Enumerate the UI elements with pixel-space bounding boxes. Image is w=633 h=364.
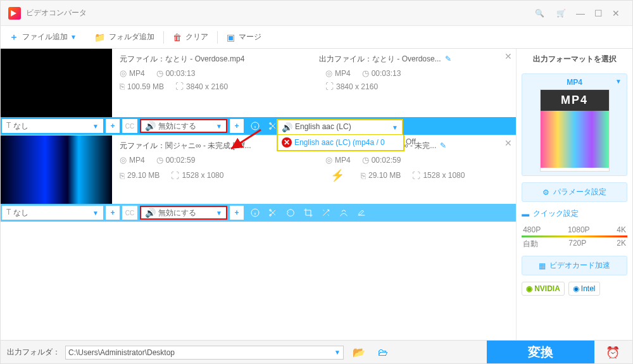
chevron-down-icon: ▼ [216,123,222,130]
chevron-down-icon: ▼ [70,34,77,41]
res-auto: 自動 [523,239,538,249]
chip-icon: ▦ [539,261,546,270]
audio-value: 無効にする [158,208,196,218]
speaker-icon: 🔊 [282,122,292,132]
size-icon: ⎘ [361,171,366,180]
clock-icon: ◷ [156,68,163,78]
output-format-card[interactable]: MP4 ▼ MP4 [522,73,627,176]
close-button[interactable]: ✕ [607,8,625,18]
src-size: 100.59 MB [127,82,164,91]
search-icon[interactable]: 🔍 [532,6,546,20]
edit-name-icon[interactable]: ✎ [440,141,446,150]
audio-track-dropdown[interactable]: 🔊English aac (LC) ▼ [277,119,403,135]
format-title: 出力フォーマットを選択 [522,54,627,65]
off-text: Off [406,137,416,146]
cart-icon[interactable]: 🛒 [554,6,568,20]
watermark-button[interactable] [335,206,353,220]
res-4k: 4K [617,225,626,234]
add-audio-button[interactable]: + [230,206,244,220]
format-badge: MP4 [541,90,609,111]
rotate-button[interactable] [282,206,299,220]
source-name: 関ジャニ∞ - 未完成 [Off... [165,141,251,150]
src-duration: 00:03:13 [166,69,196,78]
add-folder-label: フォルダ追加 [109,32,154,42]
crop-button[interactable] [299,206,317,220]
remove-item-button[interactable]: ✕ [505,138,512,148]
source-label: 元ファイル： [120,54,165,63]
out-duration: 00:03:13 [372,69,401,78]
audio-selected: English aac (LC) [295,122,351,132]
gpu-accel-button[interactable]: ▦ビデオカード加速 [522,256,627,275]
clear-label: クリア [185,32,208,42]
audio-value: 無効にする [158,121,196,132]
out-resolution: 1528 x 1080 [423,171,465,180]
nvidia-badge: ◉NVIDIA [522,282,565,296]
add-file-label: ファイル追加 [22,32,68,42]
intel-badge: ◉Intel [568,282,600,296]
text-icon: T [6,208,11,218]
file-item: ✕ 元ファイル：なとり - Overdose.mp4 出力ファイル：なとり - … [1,49,516,135]
subtitle-select[interactable]: Tなし▼ [2,119,103,133]
file-list: ✕ 元ファイル：なとり - Overdose.mp4 出力ファイル：なとり - … [1,49,516,340]
app-title: ビデオコンバータ [26,8,87,18]
cc-button[interactable]: CC [122,119,137,133]
output-label: 出力ファイル： [319,54,372,63]
open-folder-button[interactable]: 📂 [349,346,369,358]
add-audio-button[interactable]: + [230,119,244,133]
trash-icon: 🗑 [173,32,182,42]
sidebar: 出力フォーマットを選択 MP4 ▼ MP4 ⚙パラメータ設定 ▬クイック設定 4… [516,49,632,340]
convert-button[interactable]: 変換 [487,341,594,365]
minimize-button[interactable]: — [572,8,589,18]
audio-track-select[interactable]: 🔊無効にする▼ [140,206,227,220]
effect-button[interactable] [317,206,335,220]
audio-dropdown-option[interactable]: ✕English aac (LC) (mp4a / 0 [277,135,404,151]
nvidia-icon: ◉ [526,284,532,293]
sliders-icon: ⚙ [542,188,549,197]
remove-item-button[interactable]: ✕ [505,51,512,61]
chevron-down-icon: ▼ [392,124,398,131]
edit-name-icon[interactable]: ✎ [445,54,451,63]
output-folder-label: 出力フォルダ： [7,347,60,358]
info-button[interactable] [246,206,264,220]
quick-settings-label: ▬クイック設定 [522,208,627,219]
subtitle-select[interactable]: Tなし▼ [2,206,103,220]
parameter-settings-button[interactable]: ⚙パラメータ設定 [522,182,627,202]
add-file-button[interactable]: ＋ファイル追加▼ [1,26,85,48]
param-label: パラメータ設定 [553,187,606,198]
thumbnail[interactable] [1,135,112,204]
merge-button[interactable]: ▣マージ [218,26,270,48]
source-label: 元ファイル： [120,141,165,150]
x-red-icon: ✕ [282,137,292,147]
add-folder-button[interactable]: 📁フォルダ追加 [85,26,163,48]
merge-label: マージ [239,32,261,42]
alarm-button[interactable]: ⏰ [599,346,626,360]
open-output-button[interactable]: 🗁 [374,347,392,358]
cc-button[interactable]: CC [122,206,137,220]
add-subtitle-button[interactable]: + [106,119,120,133]
src-resolution: 3840 x 2160 [186,82,228,91]
format-name: MP4 [567,78,582,87]
size-icon: ⎘ [120,82,125,91]
title-bar: ビデオコンバータ 🔍 🛒 — ☐ ✕ [1,1,632,26]
clear-button[interactable]: 🗑クリア [164,26,217,48]
res-480: 480P [523,225,541,234]
src-format: MP4 [129,69,145,78]
out-resolution: 3840 x 2160 [336,82,378,91]
output-name: なとり - Overdose... [372,54,441,63]
chevron-down-icon: ▼ [334,349,341,356]
info-button[interactable] [246,119,264,133]
add-subtitle-button[interactable]: + [106,206,120,220]
subtitle-edit-button[interactable] [353,206,370,220]
output-path-select[interactable]: C:\Users\Administrator\Desktop▼ [65,346,344,360]
thumbnail[interactable] [1,49,112,117]
format-icon: ◎ [120,68,127,78]
trim-button[interactable] [264,206,282,220]
quality-slider[interactable] [522,235,627,237]
audio-track-select[interactable]: 🔊無効にする▼ [140,119,227,133]
intel-icon: ◉ [573,284,579,293]
toolbar: ＋ファイル追加▼ 📁フォルダ追加 🗑クリア ▣マージ [1,26,632,49]
speaker-icon: 🔊 [145,208,156,218]
maximize-button[interactable]: ☐ [589,8,607,18]
format-icon: ◎ [325,68,332,78]
merge-icon: ▣ [227,32,235,42]
